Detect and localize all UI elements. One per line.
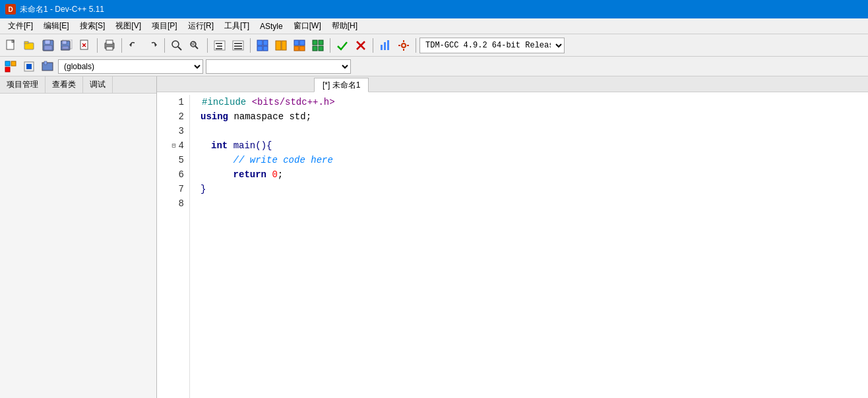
save-all-button[interactable] [58,37,75,54]
code-lines: #include <bits/stdc++.h> using namaspace… [190,95,868,398]
toolbar-main: ab [0,34,868,57]
compile-button[interactable] [254,37,271,54]
indent-button[interactable] [211,37,228,54]
svg-point-19 [172,41,179,47]
code-fn-main: main() [233,140,266,151]
menu-run[interactable]: 运行[R] [183,18,219,34]
menu-window[interactable]: 窗口[W] [288,18,326,34]
code-editor[interactable]: 1 2 3 ⊟ 4 5 [157,92,868,398]
scope-btn-3[interactable] [40,59,55,74]
separator-5 [250,38,251,53]
settings-button[interactable] [395,37,412,54]
code-line-1: #include <bits/stdc++.h> [201,95,868,109]
editor-tab[interactable]: [*] 未命名1 [314,78,369,92]
svg-rect-31 [234,48,242,49]
svg-point-51 [402,43,406,47]
svg-rect-41 [299,46,305,51]
svg-rect-60 [26,64,32,69]
separator-8 [416,38,416,53]
window-title: 未命名1 - Dev-C++ 5.11 [20,4,104,15]
open-button[interactable] [21,37,38,54]
menu-edit[interactable]: 编辑[E] [38,18,75,34]
menu-help[interactable]: 帮助[H] [326,18,363,34]
check-button[interactable] [334,37,351,54]
sidebar-tab-debug[interactable]: 调试 [83,76,113,93]
fold-marker-4[interactable]: ⊟ [172,142,176,150]
undo-button[interactable] [125,37,142,54]
menu-file[interactable]: 文件[F] [3,18,38,34]
menu-search[interactable]: 搜索[S] [75,18,111,34]
svg-rect-58 [5,67,10,72]
svg-rect-45 [319,46,323,51]
menu-tools[interactable]: 工具[T] [219,18,255,34]
print-button[interactable] [101,37,118,54]
svg-rect-49 [384,42,386,50]
separator-6 [330,38,330,53]
rebuild-button[interactable] [309,37,326,54]
menu-view[interactable]: 视图[V] [110,18,146,34]
code-kw-int: int [211,140,228,151]
code-line-7: } [201,182,868,196]
svg-rect-3 [24,42,28,43]
compiler-select[interactable]: TDM-GCC 4.9.2 64-bit Release [419,38,565,53]
svg-rect-39 [299,40,305,45]
svg-rect-25 [216,43,222,44]
svg-rect-36 [276,41,281,50]
chart-button[interactable] [377,37,394,54]
svg-rect-15 [106,40,113,44]
svg-rect-48 [381,45,383,50]
line-num-3: 3 [168,124,184,138]
code-pp-1: #include [202,97,252,107]
left-panel: 项目管理 查看类 调试 [0,76,157,398]
compile-run-button[interactable] [291,37,308,54]
svg-rect-55 [407,45,409,46]
stop-button[interactable] [352,37,369,54]
menu-astyle[interactable]: AStyle [255,18,288,34]
sidebar-tab-class[interactable]: 查看类 [46,76,83,93]
scope-select-1[interactable]: (globals) [58,59,203,74]
line-num-2: 2 [168,109,184,124]
svg-rect-62 [44,61,47,65]
app-window: D 未命名1 - Dev-C++ 5.11 文件[F] 编辑[E] 搜索[S] … [0,0,868,398]
scope-btn-2[interactable] [21,59,37,74]
menu-project[interactable]: 项目[P] [146,18,183,34]
separator-4 [207,38,208,53]
line-num-6: 6 [168,167,184,182]
redo-button[interactable] [144,37,161,54]
svg-rect-56 [5,61,10,66]
svg-rect-35 [263,46,268,51]
right-panel: [*] 未命名1 1 2 3 [157,76,868,398]
line-num-1: 1 [168,95,184,109]
save-button[interactable] [40,37,57,54]
scope-btn-1[interactable] [3,59,18,74]
svg-rect-40 [294,46,299,51]
sidebar-tab-project[interactable]: 项目管理 [0,76,46,93]
new-button[interactable] [3,37,20,54]
svg-rect-57 [11,61,16,66]
outdent-button[interactable] [230,37,247,54]
run-button[interactable] [272,37,290,54]
svg-rect-30 [234,45,242,47]
separator-3 [164,38,165,53]
svg-rect-38 [294,40,299,45]
line-numbers: 1 2 3 ⊟ 4 5 [157,95,190,398]
code-plain-4 [228,140,233,151]
toolbar-scope: (globals) [0,57,868,76]
app-icon: D [5,4,16,14]
svg-rect-52 [403,40,404,42]
svg-rect-34 [257,46,263,51]
code-plain-6 [211,169,233,180]
close-button[interactable] [77,37,94,54]
code-inc-1: <bits/stdc++.h> [252,97,335,107]
svg-rect-29 [234,43,242,44]
replace-button[interactable]: ab [187,37,204,54]
code-comment-5: // write code here [211,155,333,165]
svg-rect-42 [313,40,317,45]
find-button[interactable] [168,37,185,54]
separator-7 [373,38,373,53]
svg-rect-32 [257,40,263,45]
scope-select-2[interactable] [206,59,351,74]
code-line-3 [201,124,868,138]
svg-rect-5 [45,40,50,44]
sidebar-tabs: 项目管理 查看类 调试 [0,76,156,94]
